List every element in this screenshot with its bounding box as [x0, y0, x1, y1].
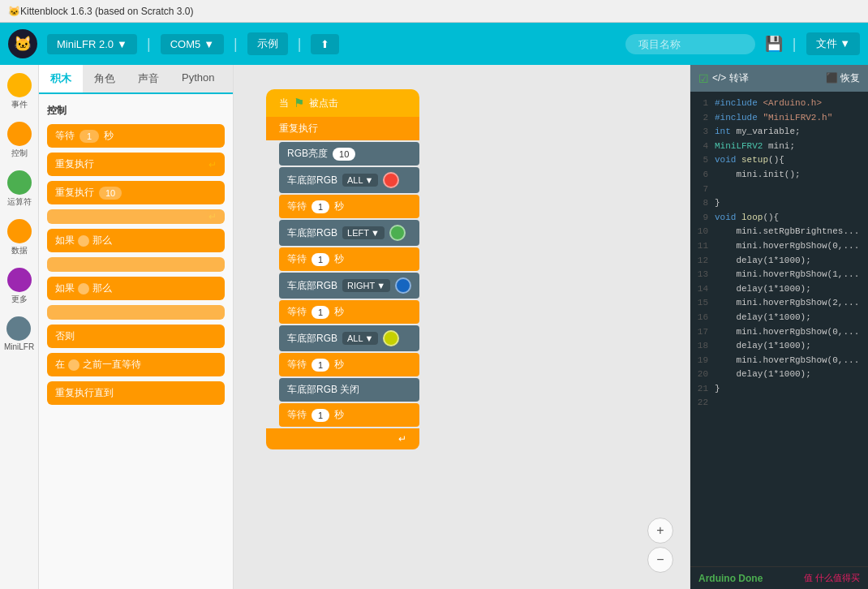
- block-wait-value: 1: [79, 130, 99, 143]
- tab-python[interactable]: Python: [170, 65, 226, 92]
- sidebar-item-data[interactable]: 数据: [7, 219, 32, 256]
- block-if-else-label: 如果: [55, 282, 75, 295]
- block-then-label: 那么: [92, 234, 112, 247]
- sidebar-item-events[interactable]: 事件: [7, 73, 32, 110]
- canvas-color-green[interactable]: [389, 225, 406, 241]
- canvas-rgb-brightness[interactable]: RGB亮度 10: [279, 142, 419, 166]
- canvas-wait-5-unit: 秒: [334, 408, 344, 422]
- tabs-bar: 积木 角色 声音 Python: [39, 65, 233, 94]
- code-line-8: 8 }: [695, 196, 863, 211]
- block-wait-until[interactable]: 在 之前一直等待: [47, 353, 225, 376]
- block-if-then[interactable]: 如果 那么: [47, 229, 225, 252]
- block-repeat-n-body[interactable]: ↵: [47, 209, 225, 224]
- sidebar-item-operators[interactable]: 运算符: [7, 170, 32, 208]
- block-if-body[interactable]: [47, 257, 225, 272]
- block-wait-until-pre: 在: [55, 358, 65, 372]
- block-repeat-n[interactable]: 重复执行 10: [47, 181, 225, 204]
- canvas-color-blue[interactable]: [395, 277, 411, 294]
- title-text: Kittenblock 1.6.3 (based on Scratch 3.0): [20, 6, 193, 17]
- canvas-wait-5[interactable]: 等待 1 秒: [279, 403, 419, 427]
- canvas-wait-3[interactable]: 等待 1 秒: [279, 300, 419, 324]
- translate-toggle[interactable]: ☑ </> 转译: [698, 71, 749, 85]
- canvas-wait-3-label: 等待: [287, 305, 307, 319]
- code-line-15: 15 mini.hoverRgbShow(2,...: [695, 296, 863, 311]
- canvas-all-dropdown[interactable]: ALL ▼: [342, 174, 378, 187]
- block-if-else[interactable]: 如果 那么: [47, 277, 225, 300]
- upload-button[interactable]: ⬆: [311, 34, 339, 54]
- examples-button[interactable]: 示例: [247, 32, 288, 55]
- code-line-3: 3 int my_variable;: [695, 125, 863, 140]
- canvas-color-red[interactable]: [383, 172, 399, 188]
- block-else-label-row[interactable]: 否则: [47, 325, 225, 348]
- sidebar-item-control[interactable]: 控制: [7, 122, 32, 159]
- zoom-in-button[interactable]: +: [647, 518, 673, 544]
- code-header: ☑ </> 转译 ⬛ 恢复: [690, 65, 868, 92]
- canvas-wait-4[interactable]: 等待 1 秒: [279, 353, 419, 376]
- tab-blocks[interactable]: 积木: [39, 65, 83, 94]
- canvas-wait-3-unit: 秒: [334, 305, 344, 319]
- block-wait[interactable]: 等待 1 秒: [47, 124, 225, 148]
- canvas-all2-dropdown-icon: ▼: [365, 333, 374, 343]
- canvas-color-yellow[interactable]: [383, 330, 399, 346]
- block-else-body[interactable]: [47, 305, 225, 320]
- tab-sounds[interactable]: 声音: [127, 65, 170, 92]
- restore-button[interactable]: ⬛ 恢复: [826, 71, 860, 85]
- code-line-7: 7: [695, 183, 863, 197]
- file-button[interactable]: 文件 ▼: [806, 32, 861, 55]
- canvas-flag-icon: ⚑: [294, 96, 304, 110]
- canvas-hat-when: 当: [279, 97, 289, 110]
- repeat-forever-arrow-icon: ↵: [208, 159, 217, 170]
- project-name-input[interactable]: [625, 34, 755, 54]
- device-chevron-icon: ▼: [117, 38, 127, 50]
- file-chevron-icon: ▼: [840, 37, 850, 49]
- canvas-wait-2[interactable]: 等待 1 秒: [279, 247, 419, 271]
- canvas-right-dropdown[interactable]: RIGHT ▼: [342, 279, 390, 292]
- file-label: 文件: [816, 37, 837, 49]
- canvas-rgb-left-green[interactable]: 车底部RGB LEFT ▼: [279, 220, 419, 246]
- canvas-rgb-left-label: 车底部RGB: [287, 226, 337, 240]
- data-icon: [7, 219, 32, 243]
- canvas-rgb-right-blue[interactable]: 车底部RGB RIGHT ▼: [279, 273, 419, 299]
- canvas-all2-dropdown[interactable]: ALL ▼: [342, 332, 378, 345]
- canvas-rgb-all-red[interactable]: 车底部RGB ALL ▼: [279, 167, 419, 193]
- canvas-all-dropdown-label: ALL: [347, 175, 363, 185]
- data-label: 数据: [11, 245, 28, 256]
- code-line-21: 21 }: [695, 382, 863, 397]
- canvas-repeat-block[interactable]: 重复执行: [266, 117, 419, 140]
- canvas-wait-5-value: 1: [312, 409, 329, 422]
- block-else-then-label: 那么: [92, 282, 112, 295]
- device-button[interactable]: MiniLFR 2.0 ▼: [47, 34, 137, 54]
- wait-until-notch: [68, 359, 79, 371]
- canvas-rgb-all-yellow[interactable]: 车底部RGB ALL ▼: [279, 325, 419, 351]
- divider-3: |: [298, 36, 302, 53]
- control-icon: [7, 122, 32, 146]
- port-button[interactable]: COM5 ▼: [161, 34, 224, 54]
- more-label: 更多: [11, 294, 28, 305]
- minilfr-label: MiniLFR: [4, 342, 34, 351]
- block-repeat-until[interactable]: 重复执行直到: [47, 381, 225, 405]
- if-else-notch: [78, 283, 89, 294]
- zoom-out-button[interactable]: −: [647, 547, 673, 573]
- code-line-1: 1 #include <Arduino.h>: [695, 97, 863, 111]
- translate-checkbox-icon: ☑: [698, 72, 709, 85]
- code-line-12: 12 delay(1*1000);: [695, 254, 863, 269]
- sidebar-item-more[interactable]: 更多: [7, 268, 32, 305]
- canvas-repeat-label: 重复执行: [279, 123, 318, 134]
- save-button[interactable]: 💾: [765, 35, 783, 53]
- tab-characters[interactable]: 角色: [83, 65, 127, 92]
- canvas-wait-2-value: 1: [312, 253, 329, 266]
- canvas-area[interactable]: 当 ⚑ 被点击 重复执行 RGB亮度 10 车底部RGB ALL ▼: [234, 65, 690, 589]
- block-else-label: 否则: [55, 329, 75, 343]
- code-line-20: 20 delay(1*1000);: [695, 368, 863, 382]
- code-editor[interactable]: 1 #include <Arduino.h> 2 #include "MiniL…: [690, 92, 868, 566]
- canvas-all-dropdown-icon: ▼: [365, 175, 374, 185]
- canvas-wait-1[interactable]: 等待 1 秒: [279, 195, 419, 218]
- canvas-rgb-all2-label: 车底部RGB: [287, 332, 337, 346]
- canvas-left-dropdown[interactable]: LEFT ▼: [342, 226, 385, 239]
- block-repeat-forever[interactable]: 重复执行 ↵: [47, 153, 225, 176]
- canvas-right-dropdown-label: RIGHT: [347, 281, 375, 290]
- sidebar-item-minilfr[interactable]: MiniLFR: [4, 316, 34, 351]
- canvas-rgb-close[interactable]: 车底部RGB 关闭: [279, 378, 419, 402]
- code-line-11: 11 mini.hoverRgbShow(0,...: [695, 239, 863, 254]
- canvas-hat-block[interactable]: 当 ⚑ 被点击: [266, 89, 419, 117]
